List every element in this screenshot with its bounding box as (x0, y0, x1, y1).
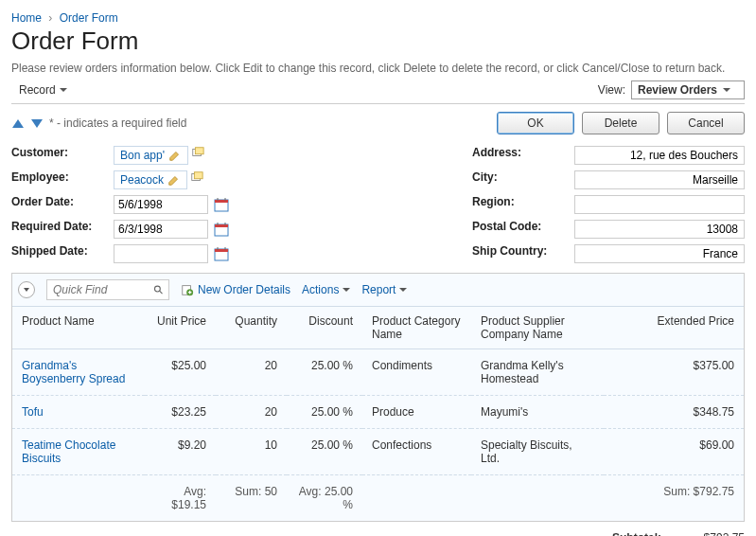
region-label: Region: (472, 195, 567, 214)
chevron-down-icon (24, 288, 29, 292)
actions-menu[interactable]: Actions (302, 283, 350, 296)
order-date-label: Order Date: (11, 195, 106, 214)
open-new-icon[interactable] (190, 170, 203, 184)
unit-cell: $23.25 (145, 396, 216, 429)
scroll-down-button[interactable] (30, 116, 44, 130)
extended-cell: $348.75 (604, 396, 744, 429)
breadcrumb-home-link[interactable]: Home (11, 11, 42, 25)
search-icon[interactable] (153, 284, 165, 296)
customer-label: Customer: (11, 146, 106, 165)
col-extended[interactable]: Extended Price (604, 307, 744, 349)
chevron-down-icon (723, 88, 730, 92)
qty-cell: 20 (216, 396, 287, 429)
delete-button[interactable]: Delete (582, 112, 659, 134)
svg-rect-9 (215, 224, 228, 227)
record-menu-label: Record (19, 83, 56, 97)
sum-qty: Sum: 50 (216, 475, 287, 522)
country-label: Ship Country: (472, 244, 567, 263)
new-order-details-link[interactable]: New Order Details (181, 283, 290, 296)
svg-rect-1 (196, 148, 204, 154)
view-selected: Review Orders (638, 83, 717, 97)
category-cell: Confections (362, 429, 471, 475)
city-label: City: (472, 170, 567, 189)
open-new-icon[interactable] (191, 146, 204, 159)
discount-cell: 25.00 % (287, 429, 362, 475)
product-link[interactable]: Grandma's Boysenberry Spread (22, 359, 125, 385)
sum-avg-price: Avg: $19.15 (145, 475, 216, 522)
col-product[interactable]: Product Name (12, 307, 145, 349)
table-row[interactable]: Teatime Chocolate Biscuits$9.201025.00 %… (12, 429, 744, 475)
plus-icon (181, 283, 194, 296)
view-dropdown[interactable]: Review Orders (631, 80, 745, 99)
details-grid: New Order Details Actions Report Product… (11, 273, 745, 522)
subtotal-value: $792.75 (669, 531, 745, 536)
calendar-icon[interactable] (214, 246, 229, 261)
extended-cell: $375.00 (604, 349, 744, 396)
col-discount[interactable]: Discount (287, 307, 362, 349)
calendar-icon[interactable] (214, 197, 229, 212)
pencil-icon[interactable] (167, 173, 181, 187)
col-category[interactable]: Product Category Name (362, 307, 471, 349)
svg-rect-13 (215, 249, 228, 252)
quickfind-search[interactable] (46, 279, 169, 300)
supplier-cell: Mayumi's (471, 396, 604, 429)
unit-cell: $9.20 (145, 429, 216, 475)
scroll-up-button[interactable] (11, 116, 25, 130)
svg-rect-3 (195, 172, 203, 179)
shipped-date-input[interactable] (114, 244, 208, 263)
ok-button[interactable]: OK (497, 112, 574, 134)
required-date-label: Required Date: (11, 220, 106, 239)
city-input[interactable] (574, 170, 745, 189)
country-input[interactable] (574, 244, 745, 263)
address-label: Address: (472, 146, 567, 165)
discount-cell: 25.00 % (287, 349, 362, 396)
calendar-icon[interactable] (214, 222, 229, 237)
product-link[interactable]: Teatime Chocolate Biscuits (22, 438, 115, 465)
table-header-row: Product Name Unit Price Quantity Discoun… (12, 307, 744, 349)
svg-point-16 (155, 286, 161, 292)
required-date-input[interactable] (114, 220, 208, 239)
table-row[interactable]: Grandma's Boysenberry Spread$25.002025.0… (12, 349, 744, 396)
report-label: Report (361, 283, 396, 296)
customer-link[interactable]: Bon app' (120, 149, 165, 162)
employee-label: Employee: (11, 170, 106, 189)
order-date-input[interactable] (114, 195, 208, 214)
address-input[interactable] (574, 146, 745, 165)
extended-cell: $69.00 (604, 429, 744, 475)
breadcrumb-sep: › (44, 11, 56, 25)
category-cell: Produce (362, 396, 471, 429)
report-menu[interactable]: Report (361, 283, 407, 296)
region-input[interactable] (574, 195, 745, 214)
customer-field[interactable]: Bon app' (114, 146, 188, 165)
chevron-down-icon (399, 288, 407, 292)
view-label: View: (598, 83, 625, 97)
summary-row: Avg: $19.15 Sum: 50 Avg: 25.00 % Sum: $7… (12, 475, 744, 522)
shipped-date-label: Shipped Date: (11, 244, 106, 263)
sum-avg-disc: Avg: 25.00 % (287, 475, 362, 522)
table-row[interactable]: Tofu$23.252025.00 %ProduceMayumi's$348.7… (12, 396, 744, 429)
col-qty[interactable]: Quantity (216, 307, 287, 349)
discount-cell: 25.00 % (287, 396, 362, 429)
chevron-down-icon (60, 88, 67, 92)
product-link[interactable]: Tofu (22, 405, 44, 419)
employee-field[interactable]: Peacock (114, 170, 187, 189)
svg-rect-5 (215, 200, 228, 203)
expand-button[interactable] (18, 281, 35, 298)
page-title: Order Form (11, 27, 745, 56)
svg-line-17 (160, 291, 163, 294)
record-menu[interactable]: Record (11, 80, 75, 99)
quickfind-input[interactable] (51, 282, 153, 297)
page-subtitle: Please review orders information below. … (11, 62, 745, 75)
postal-input[interactable] (574, 220, 745, 239)
supplier-cell: Specialty Biscuits, Ltd. (471, 429, 604, 475)
category-cell: Condiments (362, 349, 471, 396)
supplier-cell: Grandma Kelly's Homestead (471, 349, 604, 396)
breadcrumb-current: Order Form (60, 11, 118, 25)
pencil-icon[interactable] (168, 149, 182, 162)
col-supplier[interactable]: Product Supplier Company Name (471, 307, 604, 349)
qty-cell: 20 (216, 349, 287, 396)
sum-extended: Sum: $792.75 (604, 475, 744, 522)
employee-link[interactable]: Peacock (120, 173, 164, 187)
cancel-button[interactable]: Cancel (667, 112, 745, 134)
col-unit[interactable]: Unit Price (145, 307, 216, 349)
